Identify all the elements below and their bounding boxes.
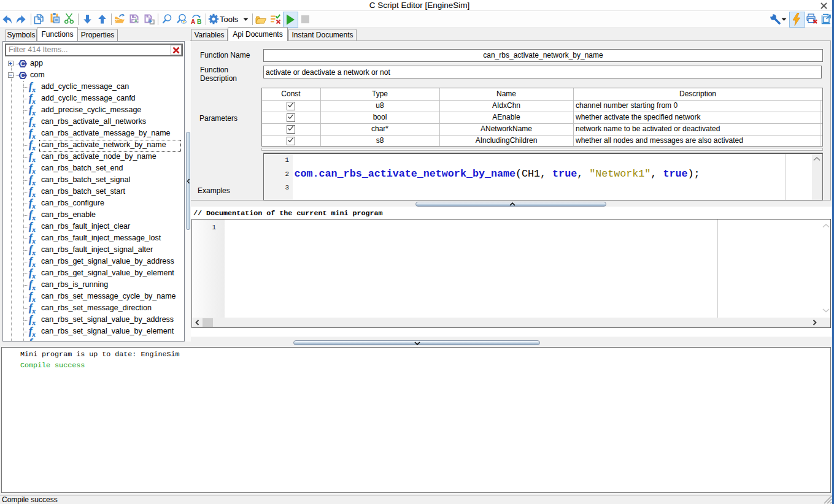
svg-text:C: C xyxy=(20,60,25,67)
svg-text:B: B xyxy=(197,18,201,25)
svg-text:C: C xyxy=(20,72,25,79)
svg-text:A: A xyxy=(191,18,195,25)
